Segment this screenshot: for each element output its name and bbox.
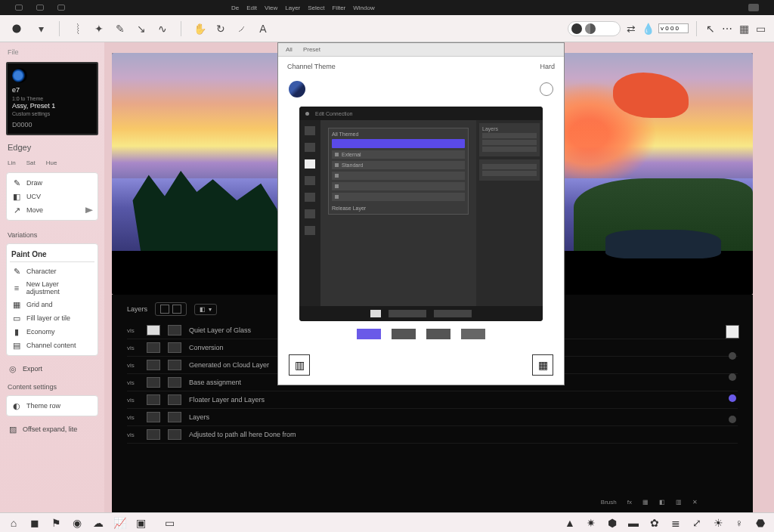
preview-right: Layers	[476, 120, 543, 306]
sidebar-tab[interactable]: File	[8, 48, 97, 56]
dialog-mode: Hard	[540, 63, 555, 70]
layers-right-tools	[726, 325, 739, 423]
window-controls	[15, 5, 65, 11]
preview-bottom	[299, 306, 543, 321]
splash-icon[interactable]: ✷	[585, 517, 597, 529]
refresh-icon[interactable]	[540, 82, 553, 96]
mode-row[interactable]: LinSatHue	[8, 159, 97, 166]
dropdown-icon[interactable]: ▾	[35, 23, 47, 35]
sidebar-item-grid[interactable]: ▦Grid and	[10, 298, 94, 311]
dialog-tabs[interactable]: AllPreset	[278, 43, 564, 57]
theme-swatches[interactable]	[278, 326, 564, 342]
sidebar-item-ucv[interactable]: ◧UCV	[10, 190, 94, 203]
chart-icon[interactable]: 📈	[113, 517, 125, 529]
content-heading: Content settings	[8, 383, 97, 391]
move-icon: ↗	[11, 206, 22, 215]
text-icon[interactable]: A	[257, 23, 269, 35]
sidebar-item-theme[interactable]: ◐Theme row	[10, 399, 94, 413]
swatch[interactable]	[461, 329, 485, 339]
os-tray-icon[interactable]	[748, 4, 759, 11]
layer-row[interactable]: visLayers	[127, 409, 738, 426]
split-icon: ◧	[11, 192, 22, 201]
sidebar-item-newlayer[interactable]: ≡New Layer adjustment	[10, 278, 94, 298]
dot-icon[interactable]	[729, 352, 736, 360]
app-menu[interactable]: DeEditViewLayerSelectFilterWindow	[231, 5, 375, 11]
fill-icon[interactable]: ◼	[29, 517, 41, 529]
bottom-toolbar: ⌂ ◼ ⚑ ◉ ☁ 📈 ▣ ▭ ▲ ✷ ⬢ ▬ ✿ ≣ ⤢ ☀ ♀ ⬣	[0, 512, 774, 532]
layers-label: Layers	[127, 305, 147, 313]
rect-icon: ▭	[11, 314, 22, 323]
sidebar-item-export[interactable]: ◎Export	[6, 362, 98, 376]
sidebar-item-move[interactable]: ↗Move	[10, 203, 94, 217]
pen-icon[interactable]: ✎	[114, 23, 126, 35]
color-mode-pill[interactable]	[568, 21, 621, 36]
swatch[interactable]	[392, 329, 416, 339]
preview-panel: All Themed External Standard Release Lay…	[328, 128, 469, 215]
bulb-icon[interactable]: ♀	[733, 517, 745, 529]
curve-icon[interactable]: ∿	[156, 23, 169, 35]
avatar-icon	[289, 81, 305, 97]
arrow-icon[interactable]: ↘	[135, 23, 147, 35]
drop-icon[interactable]: 💧	[642, 23, 654, 35]
grid-icon[interactable]: ▦	[738, 23, 750, 35]
layer-row[interactable]: visFloater Layer and Layers	[127, 391, 738, 409]
layers-icon[interactable]: ≣	[670, 517, 682, 529]
gear-icon[interactable]: ✿	[649, 517, 661, 529]
rotate-icon[interactable]: ↻	[215, 23, 227, 35]
eyedrop-icon[interactable]: ⟋	[236, 23, 248, 35]
tools-group: ✎Draw ◧UCV ↗Move	[6, 172, 98, 221]
tool-options-bar: ▾ ⦚ ✦ ✎ ↘ ∿ ✋ ↻ ⟋ A ⇄ 💧 ↖ ⋯ ▦ ▭	[0, 15, 774, 42]
sidebar-item-draw[interactable]: ✎Draw	[10, 176, 94, 190]
cloud-icon[interactable]: ☁	[92, 517, 104, 529]
swap-icon[interactable]: ⇄	[625, 23, 637, 35]
window-icon[interactable]: ▭	[163, 517, 175, 529]
flag-icon[interactable]: ⚑	[50, 517, 62, 529]
sidebar-item-fill[interactable]: ▭Fill layer or tile	[10, 311, 94, 325]
cursor-icon[interactable]: ↖	[704, 23, 717, 35]
home-icon[interactable]: ⌂	[8, 517, 20, 529]
hand-icon[interactable]: ✋	[194, 23, 206, 35]
preview-sidebar	[299, 120, 320, 306]
dot-icon[interactable]	[729, 373, 736, 381]
bar-icon: ▮	[11, 327, 22, 336]
content-group: ◐Theme row	[6, 395, 98, 416]
sun-icon[interactable]: ☀	[712, 517, 724, 529]
tree-icon[interactable]: ⬢	[606, 517, 618, 529]
section-label: Variations	[8, 231, 97, 239]
chat-icon[interactable]: ▬	[627, 517, 639, 529]
layer-row[interactable]: visAdjusted to path all here Done from	[127, 426, 738, 444]
swatch[interactable]	[426, 329, 450, 339]
grid2-icon: ▦	[11, 300, 22, 309]
half-icon: ◐	[11, 401, 22, 410]
lasso-icon[interactable]: ⦚	[72, 23, 84, 35]
tex-icon: ▨	[8, 425, 18, 434]
value-input[interactable]	[658, 23, 689, 33]
dot-icon[interactable]	[729, 394, 736, 402]
layers-footer[interactable]: Brushfx▦◧▥✕	[599, 498, 700, 506]
mode-label: Edgey	[8, 143, 97, 152]
apply-button[interactable]: ▦	[532, 354, 553, 376]
up-icon[interactable]: ▲	[564, 517, 576, 529]
wand-icon[interactable]: ✦	[93, 23, 105, 35]
marker-icon[interactable]: ⬣	[754, 517, 766, 529]
dot-icon[interactable]	[729, 416, 736, 423]
sidebar-item-character[interactable]: ✎Character	[10, 264, 94, 278]
theme-preview[interactable]: Edit Connection All Themed External Stan…	[299, 107, 543, 321]
more-icon[interactable]: ⋯	[721, 23, 733, 35]
sidebar-item-economy[interactable]: ▮Economy	[10, 325, 94, 339]
circle-icon[interactable]: ◉	[71, 517, 83, 529]
layer-opts-segment[interactable]: ◧▾	[194, 304, 217, 315]
panel-icon[interactable]: ▭	[754, 23, 766, 35]
expand-icon[interactable]: ⤢	[691, 517, 703, 529]
brush-preview-icon[interactable]	[8, 20, 26, 38]
layout-button[interactable]: ▥	[289, 354, 310, 376]
layer-mode-segment[interactable]	[155, 302, 187, 316]
swatch[interactable]	[357, 329, 381, 339]
image-icon[interactable]: ▣	[135, 517, 147, 529]
color-swatch[interactable]	[726, 325, 739, 339]
os-menubar: DeEditViewLayerSelectFilterWindow	[0, 0, 774, 15]
document-card[interactable]: e7 1:0 to Theme Assy, Preset 1 Custom se…	[6, 62, 98, 135]
sidebar-item-channel[interactable]: ▤Channel content	[10, 339, 94, 352]
lines-icon: ≡	[11, 283, 22, 292]
planet-thumb-icon	[12, 68, 27, 83]
